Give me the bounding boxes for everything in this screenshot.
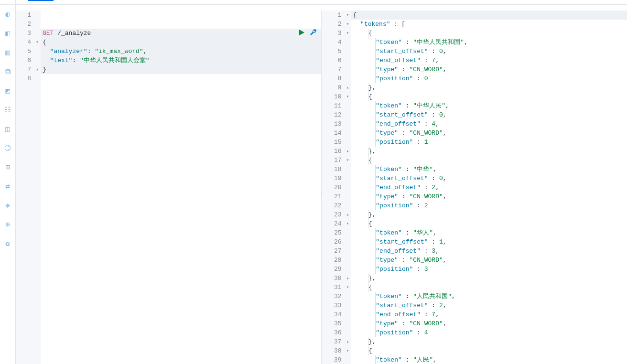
- svg-marker-0: [299, 30, 304, 35]
- code-line: "token" : "中华人民",: [351, 101, 627, 110]
- code-line: {: [351, 29, 627, 38]
- code-line: "position" : 4: [351, 328, 627, 337]
- nav-icon-3[interactable]: ▥: [0, 43, 15, 62]
- nav-icon-2[interactable]: ◧: [0, 24, 15, 43]
- code-line: },: [351, 210, 627, 219]
- nav-icon-1[interactable]: ◐: [0, 5, 15, 24]
- left-iconbar: ◐ ◧ ▥ ⧉ ◩ ☷ ◫ ⌬ ⊞ ⇄ ❖ ⊕ ✿: [0, 0, 16, 364]
- code-line: {: [351, 283, 627, 292]
- request-code[interactable]: GET /_analyze { "analyzer": "ik_max_word…: [41, 11, 321, 364]
- request-fold: ▾ ▴: [34, 11, 41, 364]
- nav-icon-6[interactable]: ☷: [0, 100, 15, 119]
- code-line: },: [351, 147, 627, 156]
- code-line: "end_offset" : 4,: [351, 119, 627, 128]
- wrench-icon[interactable]: [310, 29, 317, 36]
- code-line: },: [351, 337, 627, 346]
- splitter-handle-icon[interactable]: ⋮: [322, 188, 324, 198]
- response-gutter: 1234567891011121314151617181920212223242…: [322, 11, 345, 364]
- request-actions: [298, 29, 317, 36]
- nav-icon-9[interactable]: ⊞: [0, 158, 15, 177]
- response-fold: ▾▾▾▴▾▴▾▴▾▴▾▴▾: [345, 11, 351, 364]
- editor-split: 1 2 3 4 5 6 7 8 ▾ ▴ GET /_analyze { "ana…: [16, 11, 627, 364]
- code-line: {: [41, 38, 321, 47]
- nav-icon-12[interactable]: ⊕: [0, 215, 15, 234]
- response-code[interactable]: { "tokens" : [ { "token" : "中华人民共和国", "s…: [351, 11, 627, 364]
- nav-icon-11[interactable]: ❖: [0, 196, 15, 215]
- code-line: "token" : "中华",: [351, 165, 627, 174]
- code-line: "start_offset" : 1,: [351, 237, 627, 246]
- top-divider: [0, 4, 627, 5]
- code-line: },: [351, 274, 627, 283]
- code-line: "position" : 3: [351, 265, 627, 274]
- nav-icon-10[interactable]: ⇄: [0, 177, 15, 196]
- code-line: "start_offset" : 0,: [351, 110, 627, 119]
- code-line: "type" : "CN_WORD",: [351, 319, 627, 328]
- code-line: [41, 20, 321, 29]
- run-icon[interactable]: [298, 29, 305, 36]
- code-line: }: [41, 65, 321, 74]
- nav-icon-5[interactable]: ◩: [0, 81, 15, 100]
- code-line: "type" : "CN_WORD",: [351, 128, 627, 138]
- code-line: "token" : "人民",: [351, 355, 627, 364]
- code-line: {: [351, 219, 627, 228]
- http-method: GET: [43, 30, 54, 37]
- request-pane[interactable]: 1 2 3 4 5 6 7 8 ▾ ▴ GET /_analyze { "ana…: [16, 11, 322, 364]
- code-line: {: [351, 92, 627, 101]
- code-line: "end_offset" : 2,: [351, 183, 627, 192]
- code-line: "start_offset" : 0,: [351, 174, 627, 183]
- nav-icon-7[interactable]: ◫: [0, 119, 15, 139]
- response-pane[interactable]: ⋮ 12345678910111213141516171819202122232…: [322, 11, 627, 364]
- code-line: "end_offset" : 7,: [351, 56, 627, 65]
- code-line: "end_offset" : 3,: [351, 246, 627, 256]
- code-line: "end_offset" : 7,: [351, 310, 627, 319]
- code-line: [41, 11, 321, 20]
- code-line: {: [351, 156, 627, 165]
- code-line: "token" : "华人",: [351, 228, 627, 237]
- code-line: },: [351, 83, 627, 92]
- code-line: "type" : "CN_WORD",: [351, 192, 627, 201]
- code-line: "position" : 2: [351, 201, 627, 210]
- top-border: [0, 0, 627, 1]
- code-line: {: [351, 346, 627, 355]
- code-line: "start_offset" : 0,: [351, 47, 627, 56]
- code-line: "token" : "中华人民共和国",: [351, 38, 627, 47]
- code-line: "type" : "CN_WORD",: [351, 65, 627, 74]
- code-line: {: [351, 11, 627, 20]
- code-line: "type" : "CN_WORD",: [351, 256, 627, 265]
- request-path: /_analyze: [54, 30, 91, 37]
- request-gutter: 1 2 3 4 5 6 7 8: [16, 11, 34, 364]
- code-line: "analyzer": "ik_max_word",: [41, 47, 321, 56]
- code-line: GET /_analyze: [41, 29, 321, 38]
- code-line: [41, 74, 321, 83]
- nav-icon-8[interactable]: ⌬: [0, 139, 15, 158]
- code-line: "text": "中华人民共和国大会堂": [41, 56, 321, 65]
- code-line: "position" : 0: [351, 74, 627, 83]
- nav-icon-13[interactable]: ✿: [0, 234, 15, 253]
- code-line: "tokens" : [: [351, 20, 627, 29]
- nav-icon-4[interactable]: ⧉: [0, 62, 15, 81]
- code-line: "start_offset" : 2,: [351, 301, 627, 310]
- code-line: "position" : 1: [351, 138, 627, 147]
- code-line: "token" : "人民共和国",: [351, 292, 627, 301]
- tab-active-underline: [28, 0, 54, 1]
